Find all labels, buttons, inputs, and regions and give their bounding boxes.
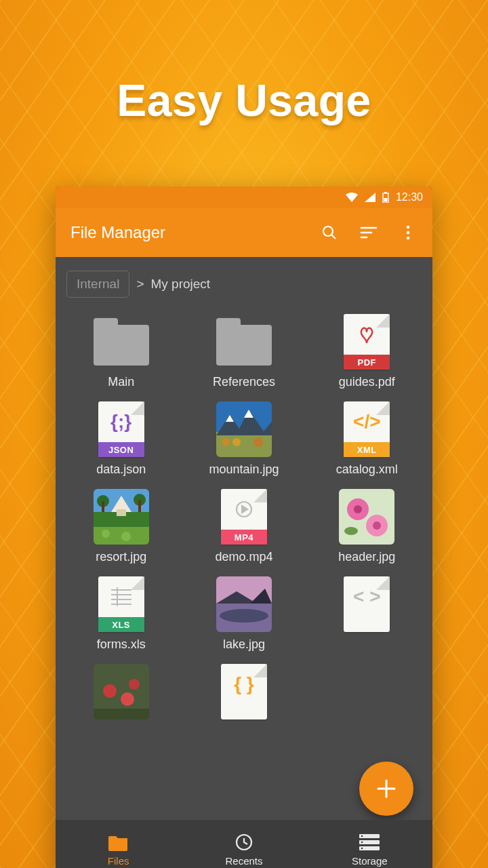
file-label: mountain.jpg	[209, 462, 279, 477]
storage-icon	[359, 832, 380, 852]
folder-item[interactable]: References	[182, 314, 305, 389]
file-label: forms.xls	[97, 637, 146, 652]
nav-recents[interactable]: Recents	[181, 820, 306, 868]
file-item[interactable]: MP4demo.mp4	[182, 489, 305, 564]
file-label: Main	[108, 375, 134, 389]
nav-files[interactable]: Files	[56, 820, 181, 868]
svg-point-10	[407, 237, 410, 240]
folder-icon	[94, 318, 149, 366]
breadcrumb-root[interactable]: Internal	[66, 271, 129, 298]
file-label: resort.jpg	[96, 550, 146, 564]
svg-point-17	[232, 438, 241, 446]
code-file-icon: < >	[344, 576, 390, 632]
svg-point-51	[129, 679, 140, 690]
status-time: 12:30	[396, 191, 423, 203]
svg-point-34	[354, 505, 362, 513]
clock-icon	[234, 832, 254, 852]
svg-point-18	[253, 437, 263, 447]
file-item[interactable]: {;}JSONdata.json	[60, 401, 182, 477]
file-label: lake.jpg	[223, 637, 265, 652]
breadcrumb-current: My project	[150, 277, 210, 292]
image-thumbnail	[94, 489, 149, 545]
sort-button[interactable]	[359, 223, 378, 242]
breadcrumb-separator: >	[136, 277, 144, 292]
nav-recents-label: Recents	[225, 855, 262, 867]
signal-icon	[365, 193, 375, 202]
svg-rect-52	[94, 709, 149, 719]
breadcrumb: Internal > My project	[56, 257, 432, 307]
svg-point-36	[373, 521, 381, 530]
file-label: header.jpg	[338, 550, 395, 564]
svg-rect-22	[117, 509, 126, 516]
mp4-file-icon: MP4	[221, 489, 267, 545]
pdf-file-icon: PDF	[344, 314, 390, 370]
folder-icon	[108, 832, 129, 852]
file-item[interactable]: header.jpg	[306, 489, 428, 564]
app-bar: File Manager	[56, 208, 432, 257]
file-item[interactable]: lake.jpg	[182, 576, 305, 652]
svg-marker-31	[242, 506, 247, 513]
file-label: data.json	[96, 462, 146, 477]
svg-rect-27	[94, 527, 149, 545]
svg-point-47	[220, 609, 268, 623]
search-button[interactable]	[320, 223, 339, 242]
file-item[interactable]: < >	[306, 576, 428, 652]
svg-point-60	[361, 841, 363, 843]
image-thumbnail	[216, 576, 272, 632]
file-label: References	[213, 375, 275, 389]
xml-file-icon: </>XML	[344, 401, 390, 457]
nav-files-label: Files	[108, 855, 129, 867]
file-item[interactable]	[60, 664, 182, 725]
file-label: guides.pdf	[339, 375, 395, 389]
image-thumbnail	[339, 489, 394, 545]
svg-point-8	[407, 226, 410, 229]
file-item[interactable]: PDFguides.pdf	[306, 314, 428, 389]
folder-icon	[216, 318, 272, 366]
nav-storage-label: Storage	[352, 855, 388, 867]
app-title: File Manager	[70, 223, 320, 242]
svg-point-59	[361, 835, 363, 837]
svg-point-9	[407, 231, 410, 235]
svg-point-28	[102, 530, 110, 538]
svg-point-61	[361, 847, 363, 849]
file-item[interactable]: </>XMLcatalog.xml	[306, 401, 428, 477]
file-item[interactable]: XLSforms.xls	[60, 576, 182, 652]
svg-point-50	[121, 692, 134, 706]
bottom-nav: Files Recents Storage	[56, 820, 432, 868]
svg-point-16	[222, 438, 230, 446]
file-item[interactable]: mountain.jpg	[182, 401, 305, 477]
svg-point-49	[103, 684, 117, 698]
svg-rect-32	[339, 489, 394, 545]
svg-point-29	[121, 532, 131, 541]
file-item[interactable]: resort.jpg	[60, 489, 182, 564]
svg-rect-26	[138, 500, 141, 512]
status-bar: 12:30	[56, 186, 432, 208]
file-label: demo.mp4	[215, 550, 272, 564]
add-fab[interactable]	[359, 762, 413, 816]
folder-item[interactable]: Main	[60, 314, 182, 389]
image-thumbnail	[94, 664, 149, 719]
svg-point-37	[344, 527, 358, 535]
phone-frame: 12:30 File Manager Internal > My project…	[56, 186, 432, 868]
json-file-icon: {;}JSON	[98, 401, 144, 457]
wifi-icon	[346, 193, 358, 202]
image-thumbnail	[216, 401, 272, 457]
svg-rect-2	[384, 198, 387, 202]
file-label: catalog.xml	[336, 462, 398, 477]
overflow-button[interactable]	[399, 223, 418, 242]
file-item[interactable]: { }	[182, 664, 305, 725]
battery-icon	[382, 192, 389, 203]
nav-storage[interactable]: Storage	[307, 820, 432, 868]
hero-title: Easy Usage	[0, 0, 488, 126]
xls-file-icon: XLS	[98, 576, 144, 632]
code-file-icon: { }	[221, 664, 267, 719]
svg-line-4	[331, 235, 336, 239]
svg-point-3	[323, 226, 333, 236]
svg-rect-24	[102, 501, 104, 512]
